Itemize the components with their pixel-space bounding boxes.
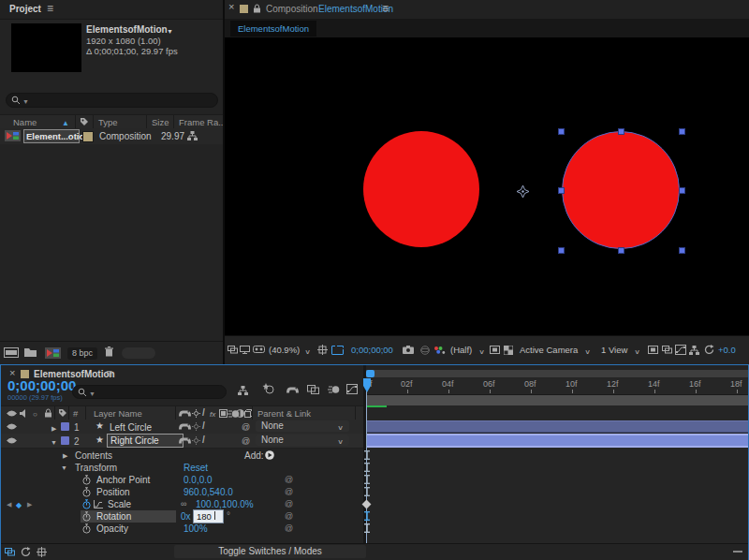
column-name[interactable]: Name: [13, 117, 37, 127]
playhead-head[interactable]: [363, 378, 371, 386]
layer2-quality-icon[interactable]: [202, 435, 205, 445]
frame-blending-icon[interactable]: [307, 385, 319, 394]
scale-pickwhip-icon[interactable]: [285, 499, 293, 508]
handle-n[interactable]: [618, 128, 624, 135]
new-composition-icon[interactable]: [45, 347, 61, 359]
layer1-parent-dropdown[interactable]: None: [256, 420, 349, 432]
magnification-chevron-icon[interactable]: [305, 346, 310, 356]
layer1-duration-bar[interactable]: [366, 420, 748, 433]
anchor-stopwatch-icon[interactable]: [82, 475, 91, 485]
handle-nw[interactable]: [558, 128, 565, 135]
layer1-quality-icon[interactable]: [202, 421, 205, 431]
handle-ne[interactable]: [679, 128, 685, 135]
grid-guides-icon[interactable]: [317, 345, 328, 355]
layer2-parent-dropdown[interactable]: None: [256, 435, 349, 446]
contents-expand-icon[interactable]: [63, 452, 67, 459]
rotation-value-input[interactable]: 180: [193, 509, 224, 523]
hide-shy-layers-icon[interactable]: [286, 386, 299, 393]
preview-monitor-icon[interactable]: [240, 346, 250, 354]
label-column-icon[interactable]: [80, 117, 89, 126]
solo-column-icon[interactable]: [33, 409, 37, 419]
graph-editor-icon[interactable]: [346, 384, 358, 394]
layer1-name[interactable]: Left Circle: [110, 422, 152, 433]
quality-switch-icon[interactable]: [202, 408, 205, 418]
sort-ascending-icon[interactable]: [62, 118, 69, 127]
layer2-duration-bar[interactable]: [366, 434, 748, 448]
work-area-bar[interactable]: [366, 395, 748, 405]
playhead-triangle[interactable]: [363, 386, 371, 392]
pixel-aspect-icon[interactable]: [662, 346, 672, 354]
layer1-shy-icon[interactable]: [179, 422, 191, 430]
frame-blend-switch-icon[interactable]: [219, 409, 228, 418]
prev-keyframe-icon[interactable]: [7, 501, 11, 508]
constrain-proportions-icon[interactable]: [181, 499, 186, 508]
layer2-pickwhip-icon[interactable]: [242, 436, 250, 446]
handle-se[interactable]: [679, 247, 685, 254]
layer1-visibility-icon[interactable]: [6, 422, 18, 431]
panel-grabber[interactable]: [122, 347, 155, 359]
project-tab[interactable]: Project: [9, 4, 41, 14]
camera-view-chevron-icon[interactable]: [585, 346, 590, 356]
opacity-row[interactable]: Opacity 100%: [1, 523, 363, 535]
transform-collapse-icon[interactable]: [61, 464, 67, 471]
time-ruler[interactable]: 00f 02f 04f 06f 08f 10f 12f 14f 16f 18f: [366, 378, 748, 395]
scale-row[interactable]: Scale 100.0,100.0%: [1, 498, 363, 510]
search-options-icon[interactable]: [22, 98, 29, 105]
effects-switch-icon[interactable]: [210, 409, 215, 419]
expand-transfer-controls-icon[interactable]: [21, 547, 31, 557]
vr-view-icon[interactable]: [253, 346, 265, 353]
opacity-label[interactable]: Opacity: [96, 523, 128, 534]
anchor-point-label[interactable]: Anchor Point: [96, 475, 150, 485]
position-stopwatch-icon[interactable]: [82, 487, 91, 497]
motion-blur-icon[interactable]: [328, 385, 340, 394]
layer1-label-color[interactable]: [61, 422, 69, 431]
snapshot-icon[interactable]: [403, 346, 414, 354]
column-number[interactable]: #: [73, 408, 78, 419]
add-property-icon[interactable]: [265, 450, 274, 460]
layer2-name-box[interactable]: Right Circle: [107, 434, 184, 448]
layer-row-2[interactable]: 2 Right Circle None: [1, 434, 363, 449]
layer2-label-color[interactable]: [61, 436, 69, 445]
position-pickwhip-icon[interactable]: [285, 487, 293, 496]
expand-in-out-panes-icon[interactable]: [37, 547, 47, 557]
timeline-search-input[interactable]: [72, 385, 227, 399]
view-layout-chevron-icon[interactable]: [635, 346, 639, 356]
handle-w[interactable]: [558, 187, 565, 194]
column-size[interactable]: Size: [152, 117, 169, 127]
next-keyframe-icon[interactable]: [27, 501, 32, 508]
magnification-value[interactable]: (40.9%): [269, 345, 300, 355]
layer1-collapse-icon[interactable]: [192, 422, 200, 431]
layer2-collapse-icon[interactable]: [51, 437, 57, 447]
handle-e[interactable]: [679, 187, 685, 194]
viewer-tab[interactable]: ElementsofMotion: [230, 21, 316, 37]
rotation-stopwatch-icon[interactable]: [82, 511, 91, 522]
timeline-flowchart-icon[interactable]: [689, 346, 699, 355]
show-channels-icon[interactable]: [433, 346, 446, 355]
comp-name-dropdown-icon[interactable]: [167, 26, 173, 36]
rotation-label[interactable]: Rotation: [96, 511, 131, 522]
close-panel-icon[interactable]: [228, 2, 234, 12]
project-item-name-box[interactable]: Element...otion: [23, 129, 80, 143]
column-layer-name[interactable]: Layer Name: [94, 408, 142, 419]
camera-view-value[interactable]: Active Camera: [520, 345, 578, 355]
comp-mini-flowchart-icon[interactable]: [238, 386, 248, 395]
layer1-expand-icon[interactable]: [51, 423, 56, 433]
opacity-value[interactable]: 100%: [184, 523, 208, 534]
anchor-point-row[interactable]: Anchor Point 0.0,0.0: [1, 474, 363, 486]
adjustment-switch-icon[interactable]: [236, 409, 244, 418]
column-frame-rate[interactable]: Frame Ra..: [179, 117, 224, 127]
layer-row-1[interactable]: 1 Left Circle None: [1, 420, 363, 435]
opacity-pickwhip-icon[interactable]: [285, 523, 293, 533]
scale-stopwatch-icon[interactable]: [82, 499, 91, 509]
right-circle-shape[interactable]: [562, 131, 680, 249]
panel-menu-icon[interactable]: [47, 3, 53, 14]
new-folder-icon[interactable]: [24, 347, 37, 357]
layer1-pickwhip-icon[interactable]: [242, 422, 250, 432]
lock-column-icon[interactable]: [44, 408, 52, 418]
fast-previews-icon[interactable]: [675, 345, 686, 355]
transparency-grid-icon[interactable]: [504, 346, 513, 355]
delete-item-icon[interactable]: [105, 346, 113, 357]
position-value[interactable]: 960.0,540.0: [184, 487, 233, 497]
anchor-point-icon[interactable]: [517, 185, 529, 198]
opacity-stopwatch-icon[interactable]: [82, 523, 91, 534]
